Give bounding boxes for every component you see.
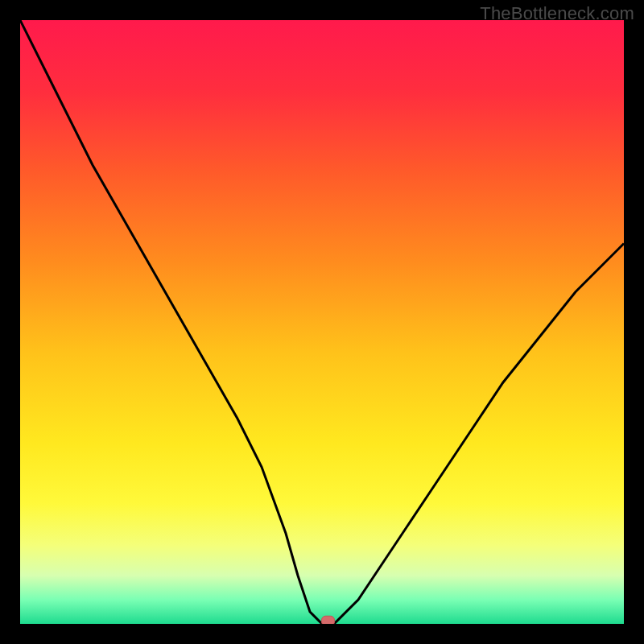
watermark-label: TheBottleneck.com — [480, 3, 634, 24]
plot-svg — [20, 20, 624, 624]
bottleneck-plot — [20, 20, 624, 624]
optimal-marker — [322, 616, 335, 624]
gradient-background — [20, 20, 624, 624]
chart-frame: TheBottleneck.com — [0, 0, 644, 644]
